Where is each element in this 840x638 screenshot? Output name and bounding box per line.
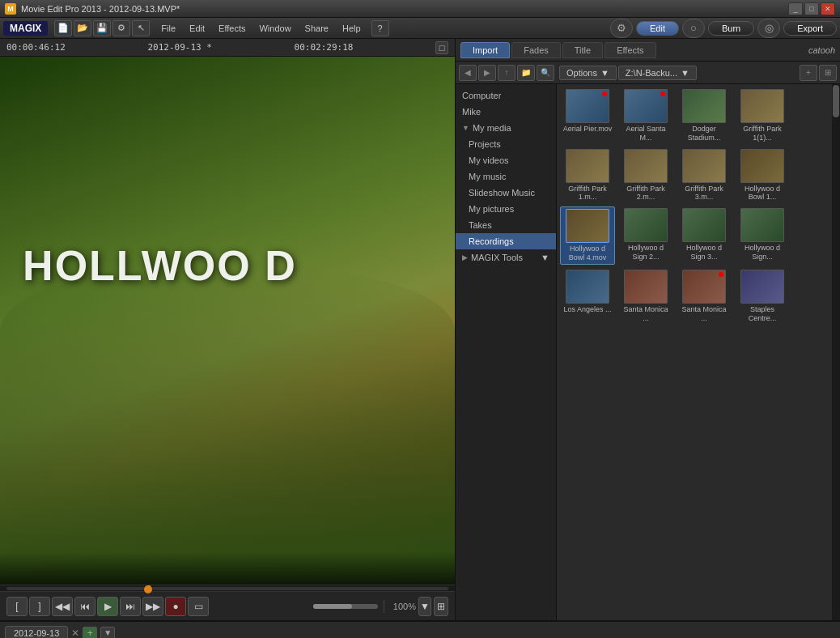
record-button[interactable]: ● [165, 597, 186, 616]
file-thumb-santa2[interactable]: Santa Monica ... [677, 268, 732, 325]
preview-maximize-icon[interactable]: □ [435, 41, 448, 54]
tree-item-slideshowmusic[interactable]: Slideshow Music [456, 185, 556, 201]
save-icon[interactable]: 💾 [93, 20, 111, 36]
file-thumb-griffith1m[interactable]: Griffith Park 1.m... [560, 147, 615, 204]
hollywood-sign: HOLLWOO D [23, 241, 297, 290]
file-thumb-griffith2[interactable]: Griffith Park 2.m... [618, 147, 673, 204]
nav-folder-button[interactable]: 📁 [517, 65, 535, 81]
file-thumb-la[interactable]: Los Angeles ... [560, 268, 615, 325]
tree-item-computer[interactable]: Computer [456, 87, 556, 104]
snapshot-button[interactable]: ▭ [188, 597, 209, 616]
tab-import[interactable]: Import [460, 42, 510, 58]
settings-icon[interactable]: ⚙ [112, 20, 130, 36]
close-button[interactable]: ✕ [821, 2, 835, 15]
top-icon-3[interactable]: ◎ [757, 19, 780, 38]
file-thumb-griffith3[interactable]: Griffith Park 3.m... [677, 147, 732, 204]
scrollbar[interactable] [832, 84, 840, 620]
tree-item-magixtools[interactable]: ▶ MAGIX Tools ▼ [456, 249, 556, 266]
go-end-button[interactable]: ⏭ [120, 597, 141, 616]
tree-mymedia-label: My media [473, 123, 511, 133]
export-button[interactable]: Export [783, 21, 837, 36]
menu-share[interactable]: Share [299, 22, 335, 35]
nav-back-button[interactable]: ◀ [459, 65, 477, 81]
tree-takes-label: Takes [469, 220, 492, 230]
nav-search-button[interactable]: 🔍 [537, 65, 554, 81]
nav-up-button[interactable]: ↑ [498, 65, 515, 81]
menu-help[interactable]: Help [336, 22, 367, 35]
path-label: Z:\N-Backu... [626, 68, 677, 78]
time-right: 00:02:29:18 [295, 42, 354, 53]
tree-item-mypictures[interactable]: My pictures [456, 201, 556, 217]
menu-items: File Edit Effects Window Share Help ? [155, 20, 388, 36]
next-frame-button[interactable]: ▶▶ [142, 597, 163, 616]
top-icon-1[interactable]: ⚙ [610, 19, 633, 38]
add-track-button[interactable]: + [83, 627, 97, 639]
tree-item-mymedia[interactable]: ▼ My media [456, 120, 556, 136]
file-thumb-griffith1[interactable]: Griffith Park 1(1)... [735, 87, 790, 144]
zoom-display: 100% [393, 602, 416, 611]
tree-item-myvideos[interactable]: My videos [456, 152, 556, 168]
file-thumb-aerial-santa[interactable]: Aerial Santa M... [618, 87, 673, 144]
tab-fades[interactable]: Fades [511, 42, 561, 58]
prev-frame-button[interactable]: ◀◀ [52, 597, 73, 616]
tree-slideshow-label: Slideshow Music [469, 188, 535, 198]
go-start-button[interactable]: ⏮ [74, 597, 95, 616]
mark-out-button[interactable]: ] [29, 597, 50, 616]
tab-title[interactable]: Title [562, 42, 603, 58]
tree-item-mike[interactable]: Mike [456, 104, 556, 120]
tree-item-projects[interactable]: Projects [456, 136, 556, 152]
right-panel: Import Fades Title Effects catooh ◀ ▶ ↑ … [456, 39, 840, 620]
menu-window[interactable]: Window [252, 22, 297, 35]
menu-effects[interactable]: Effects [212, 22, 252, 35]
tab-effects[interactable]: Effects [605, 42, 655, 58]
file-thumb-sign[interactable]: Hollywoo d Sign... [735, 206, 790, 265]
nav-plus-button[interactable]: + [800, 65, 817, 81]
right-tabs: Import Fades Title Effects catooh [456, 39, 840, 62]
timeline-scrubber[interactable] [0, 585, 455, 591]
burn-button[interactable]: Burn [708, 21, 754, 36]
tree-mypictures-label: My pictures [469, 204, 514, 214]
timeline-close-button[interactable]: ✕ [71, 627, 79, 639]
options-dropdown[interactable]: Options ▼ [559, 66, 617, 80]
tree-item-takes[interactable]: Takes [456, 217, 556, 233]
volume-bar[interactable] [313, 604, 378, 609]
file-thumb-sign2[interactable]: Hollywoo d Sign 2... [618, 206, 673, 265]
timeline-tab[interactable]: 2012-09-13 [5, 626, 68, 639]
file-browser: Computer Mike ▼ My media Projects My vid… [456, 84, 840, 620]
file-label: Staples Centre... [736, 305, 788, 323]
edit-button[interactable]: Edit [636, 21, 679, 36]
play-button[interactable]: ▶ [97, 597, 118, 616]
menu-edit[interactable]: Edit [183, 22, 211, 35]
file-label: Griffith Park 2.m... [620, 185, 672, 202]
path-dropdown[interactable]: Z:\N-Backu... ▼ [618, 66, 697, 80]
tree-item-mymusic[interactable]: My music [456, 168, 556, 185]
file-label: Hollywoo d Bowl 1... [736, 185, 788, 202]
timeline-dropdown-button[interactable]: ▼ [100, 627, 115, 639]
help-icon[interactable]: ? [371, 20, 389, 36]
cursor-icon[interactable]: ↖ [132, 20, 150, 36]
file-label: Santa Monica ... [620, 305, 672, 323]
file-label: Aerial Pier.mov [563, 125, 613, 134]
menu-file[interactable]: File [155, 22, 182, 35]
file-thumb-santa1[interactable]: Santa Monica ... [618, 268, 673, 325]
preview-overlay [0, 552, 455, 585]
top-icon-2[interactable]: ○ [682, 19, 705, 38]
file-label: Hollywoo d Bowl 4.mov [562, 245, 613, 262]
maximize-button[interactable]: □ [804, 2, 819, 15]
file-thumb-sign3[interactable]: Hollywoo d Sign 3... [677, 206, 732, 265]
mark-in-button[interactable]: [ [6, 597, 28, 616]
file-thumb-staples[interactable]: Staples Centre... [735, 268, 790, 325]
new-icon[interactable]: 📄 [54, 20, 72, 36]
zoom-dropdown[interactable]: ▼ [418, 597, 431, 616]
file-thumb-dodger[interactable]: Dodger Stadium... [677, 87, 732, 144]
minimize-button[interactable]: _ [788, 2, 803, 15]
file-thumb-bowl4[interactable]: Hollywoo d Bowl 4.mov [560, 206, 615, 265]
file-label: Dodger Stadium... [678, 125, 730, 142]
tree-item-recordings[interactable]: Recordings [456, 233, 556, 249]
open-icon[interactable]: 📂 [74, 20, 91, 36]
nav-grid-button[interactable]: ⊞ [819, 65, 837, 81]
file-thumb-aerial-pier[interactable]: Aerial Pier.mov [560, 87, 615, 144]
zoom-fit-button[interactable]: ⊞ [434, 597, 448, 616]
file-thumb-bowl1[interactable]: Hollywoo d Bowl 1... [735, 147, 790, 204]
nav-forward-button[interactable]: ▶ [478, 65, 496, 81]
